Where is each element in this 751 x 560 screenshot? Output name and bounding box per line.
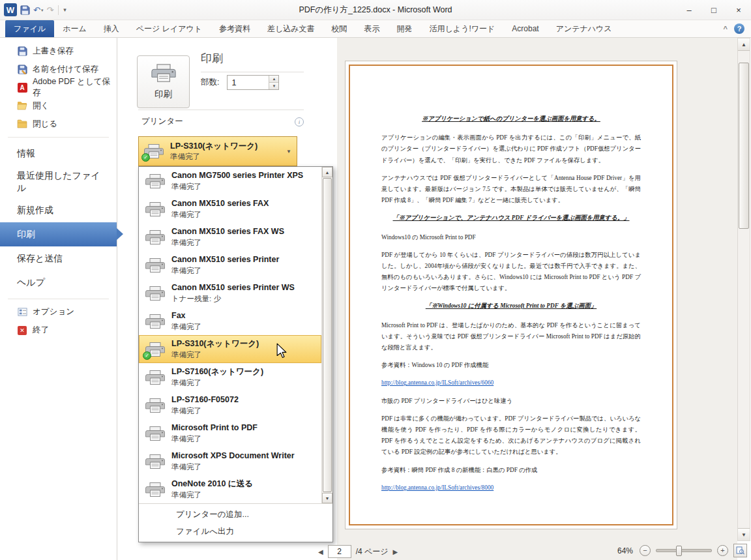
sidebar-item-open[interactable]: 開く <box>0 96 117 115</box>
zoom-level[interactable]: 64% <box>617 546 633 555</box>
ribbon-tab[interactable]: ファイル <box>5 20 54 37</box>
sidebar-item-save-as[interactable]: 名前を付けて保存 <box>0 60 117 78</box>
ribbon-tab[interactable]: ページ レイアウト <box>128 20 211 37</box>
print-button[interactable]: 印刷 <box>137 55 190 108</box>
vertical-scrollbar[interactable]: ▲ ▼ <box>737 38 750 541</box>
sidebar-item-exit[interactable]: ✕ 終了 <box>0 321 117 340</box>
sidebar-item-print[interactable]: 印刷 <box>0 222 117 246</box>
fit-page-button[interactable] <box>733 544 747 557</box>
printer-icon: ✓ <box>144 425 166 442</box>
spin-down-icon[interactable]: ▼ <box>269 82 278 89</box>
ribbon-tab[interactable]: アンテナハウス <box>548 20 621 37</box>
printer-status: 準備完了 <box>171 434 258 443</box>
ribbon-collapse-icon[interactable]: ^ <box>724 25 728 33</box>
document-paragraph: アンテナハウスでは PDF 仮想プリンタードライバーとして「Antenna Ho… <box>381 173 641 207</box>
ribbon-tab[interactable]: 表示 <box>356 20 389 37</box>
printer-option[interactable]: ✓ Canon MG7500 series Printer XPS 準備完了 <box>139 167 321 195</box>
sidebar-item-label: Adobe PDF として保存 <box>33 76 117 98</box>
printer-option[interactable]: ✓ Fax 準備完了 <box>139 307 321 335</box>
info-icon: i <box>295 117 304 126</box>
qat-customize-icon[interactable]: ▾ <box>63 7 66 13</box>
document-paragraph: 「※アプリケーションで、アンテナハウス PDF ドライバーを選ぶ画面を用意する。… <box>381 213 641 224</box>
sidebar-item-new[interactable]: 新規作成 <box>0 198 117 222</box>
page-number-input[interactable] <box>328 545 351 558</box>
printer-option[interactable]: ✓ Canon MX510 series FAX 準備完了 <box>139 195 321 223</box>
ready-check-icon: ✓ <box>141 153 150 162</box>
sidebar-item-save-send[interactable]: 保存と送信 <box>0 246 117 271</box>
maximize-button[interactable]: □ <box>701 0 726 20</box>
sidebar-item-recent[interactable]: 最近使用したファイル <box>0 166 117 198</box>
ribbon-tab[interactable]: ホーム <box>54 20 95 37</box>
quick-access-toolbar: W ↶▾ ↷ ▾ <box>0 3 66 16</box>
scroll-up-icon[interactable]: ▲ <box>322 167 332 177</box>
next-page-icon[interactable]: ▶ <box>393 548 398 555</box>
ribbon-tab[interactable]: 開発 <box>389 20 421 37</box>
document-paragraph: 「※Windows10 に付属する Microsoft Print to PDF… <box>381 301 641 312</box>
zoom-out-button[interactable]: − <box>640 545 651 556</box>
zoom-in-button[interactable]: + <box>717 545 728 556</box>
scroll-down-icon[interactable]: ▼ <box>738 528 750 540</box>
sidebar-item-label: 上書き保存 <box>33 46 74 57</box>
ribbon-tab[interactable]: 差し込み文書 <box>259 20 323 37</box>
close-button[interactable]: × <box>726 0 751 20</box>
ribbon-tab[interactable]: 参考資料 <box>211 20 259 37</box>
dropdown-scrollbar-thumb[interactable] <box>323 178 332 492</box>
prev-page-icon[interactable]: ◀ <box>318 548 323 555</box>
print-to-file-item[interactable]: ファイルへ出力 <box>139 523 332 540</box>
minimize-button[interactable]: – <box>677 0 701 20</box>
ribbon-tab-bar: ファイルホーム挿入ページ レイアウト参考資料差し込み文書校閲表示開発活用しよう!… <box>0 20 751 38</box>
ribbon-tab[interactable]: 校閲 <box>323 20 356 37</box>
printer-option[interactable]: ✓ Canon MX510 series Printer WS トナー残量: 少 <box>139 279 321 307</box>
scrollbar-thumb[interactable] <box>739 63 749 229</box>
scrollbar-track[interactable] <box>738 51 750 528</box>
document-content: ※アプリケーションで紙へのプリンターを選ぶ画面を用意する。アプリケーションの編集… <box>381 111 641 500</box>
sidebar-item-options[interactable]: オプション <box>0 303 117 321</box>
scroll-up-icon[interactable]: ▲ <box>738 38 750 51</box>
ribbon-tab[interactable]: 挿入 <box>95 20 128 37</box>
selected-printer-name: LP-S310(ネットワーク) <box>170 141 258 152</box>
sidebar-item-save[interactable]: 上書き保存 <box>0 42 117 60</box>
printer-name: Canon MG7500 series Printer XPS <box>171 171 303 181</box>
sidebar-item-label: 閉じる <box>33 119 57 130</box>
redo-icon[interactable]: ↷ <box>46 6 53 14</box>
ribbon-tab[interactable]: 活用しよう!ワード <box>421 20 504 37</box>
word-logo-icon[interactable]: W <box>4 3 17 16</box>
printer-name: Microsoft Print to PDF <box>171 423 258 434</box>
printer-option[interactable]: ✓ OneNote 2010 に送る 準備完了 <box>139 475 321 503</box>
copies-stepper[interactable]: ▲ ▼ <box>227 75 279 90</box>
save-icon[interactable] <box>20 5 30 15</box>
open-folder-icon <box>17 100 27 111</box>
print-button-icon <box>151 63 177 85</box>
printer-status: 準備完了 <box>171 490 253 499</box>
undo-icon[interactable]: ↶▾ <box>33 6 43 14</box>
printer-name: LP-S310(ネットワーク) <box>171 339 259 349</box>
scroll-down-icon[interactable]: ▼ <box>322 493 332 503</box>
printer-icon: ✓ <box>144 369 166 386</box>
sidebar-item-info[interactable]: 情報 <box>0 141 117 166</box>
zoom-slider-thumb[interactable] <box>676 546 682 556</box>
printer-option[interactable]: ✓ Canon MX510 series Printer 準備完了 <box>139 251 321 279</box>
add-printer-item[interactable]: プリンターの追加... <box>139 506 332 523</box>
printer-icon: ✓ <box>144 257 166 274</box>
sidebar-item-save-adobe-pdf[interactable]: A Adobe PDF として保存 <box>0 78 117 96</box>
printer-select[interactable]: ✓ LP-S310(ネットワーク) 準備完了 ▼ <box>138 136 297 166</box>
printer-option[interactable]: ✓ LP-S7160(ネットワーク) 準備完了 <box>139 363 321 391</box>
sidebar-item-close[interactable]: 閉じる <box>0 115 117 133</box>
default-printer-check-icon: ✓ <box>143 351 151 360</box>
printer-option[interactable]: ✓ LP-S7160-F05072 準備完了 <box>139 391 321 419</box>
printer-option[interactable]: ✓ Microsoft XPS Document Writer 準備完了 <box>139 447 321 475</box>
close-folder-icon <box>17 119 27 129</box>
printer-status: 準備完了 <box>171 238 284 247</box>
zoom-slider[interactable] <box>656 549 712 552</box>
printer-icon: ✓ <box>144 481 166 498</box>
printer-option[interactable]: ✓ Canon MX510 series FAX WS 準備完了 <box>139 223 321 251</box>
printer-section-title: プリンター <box>141 116 183 127</box>
dropdown-scrollbar[interactable]: ▲ ▼ <box>321 167 332 503</box>
sidebar-item-help[interactable]: ヘルプ <box>0 271 117 295</box>
copies-input[interactable] <box>228 76 269 89</box>
ribbon-tab[interactable]: Acrobat <box>503 20 547 37</box>
printer-option[interactable]: ✓ Microsoft Print to PDF 準備完了 <box>139 419 321 447</box>
help-icon[interactable]: ? <box>734 23 744 34</box>
printer-option[interactable]: ✓ LP-S310(ネットワーク) 準備完了 <box>139 335 321 363</box>
spin-up-icon[interactable]: ▲ <box>269 76 278 82</box>
